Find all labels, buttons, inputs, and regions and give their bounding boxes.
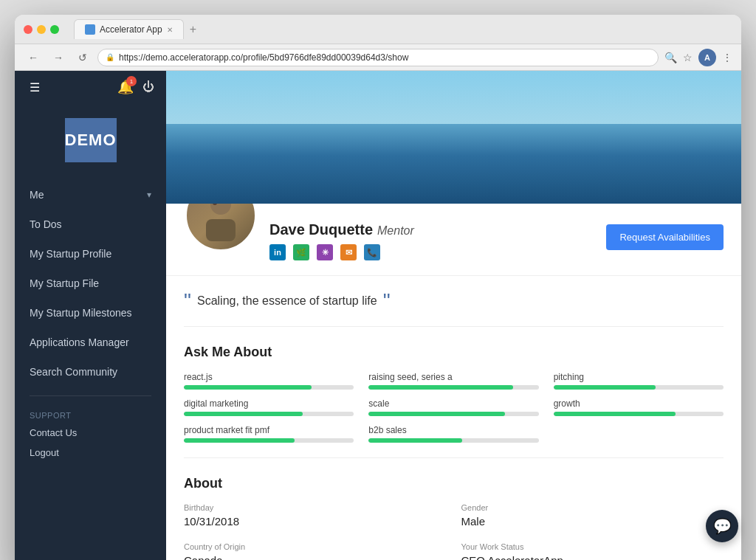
menu-icon[interactable]: ⋮ (722, 52, 732, 63)
skill-bar-fill (184, 438, 295, 443)
ask-me-about-section: Ask Me About react.js raising seed, seri… (184, 327, 724, 457)
profile-name: Dave Duquette (269, 221, 373, 238)
refresh-button[interactable]: ↺ (74, 50, 92, 65)
skill-bar-bg (554, 385, 724, 390)
skill-item: raising seed, series a (368, 372, 538, 390)
skill-label: react.js (184, 372, 354, 382)
hamburger-button[interactable]: ☰ (27, 77, 43, 97)
asterisk-icon[interactable]: ✳ (317, 244, 333, 260)
email-icon[interactable]: ✉ (340, 244, 357, 260)
sidebar-item-startup-profile[interactable]: My Startup Profile (15, 239, 166, 269)
about-field-label: Your Work Status (461, 542, 724, 551)
sidebar-divider (30, 395, 151, 396)
sidebar-item-applications-manager[interactable]: Applications Manager (15, 328, 166, 357)
ask-me-about-title: Ask Me About (184, 327, 724, 372)
sidebar: ☰ 🔔 1 ⏻ DEMO Me ▾ To Dos (15, 71, 166, 560)
social-icons: in 🌿 ✳ ✉ 📞 (269, 244, 414, 260)
skill-item: b2b sales (368, 425, 538, 443)
close-quote: " (383, 291, 391, 311)
profile-info-section: Dave Duquette Mentor in 🌿 ✳ ✉ 📞 Request … (166, 204, 741, 276)
user-avatar-small[interactable]: A (698, 49, 716, 66)
minimize-button[interactable] (37, 25, 46, 34)
url-text: https://demo.acceleratorapp.co/profile/5… (119, 52, 408, 63)
maximize-button[interactable] (50, 25, 59, 34)
notification-badge: 1 (126, 76, 137, 86)
support-label: SUPPORT (15, 405, 166, 423)
skills-grid: react.js raising seed, series a pitching… (184, 372, 724, 457)
new-tab-button[interactable]: + (187, 23, 199, 36)
skill-bar-fill (368, 385, 513, 390)
sidebar-item-todos[interactable]: To Dos (15, 210, 166, 239)
skill-item: pitching (554, 372, 724, 390)
quote-text: " Scaling, the essence of startup life " (184, 291, 724, 311)
skill-bar-fill (554, 412, 676, 416)
skill-bar-bg (368, 412, 538, 416)
logout-link[interactable]: Logout (15, 443, 166, 463)
about-field-label: Country of Origin (184, 542, 447, 551)
skill-label: scale (368, 398, 538, 409)
about-title: About (184, 458, 724, 503)
skill-label: growth (554, 398, 724, 409)
request-availabilities-button[interactable]: Request Availabilities (606, 224, 724, 250)
about-field-value: CEO AcceleratorApp (461, 554, 724, 560)
sidebar-item-search-community[interactable]: Search Community (15, 357, 166, 387)
about-grid: Birthday 10/31/2018 Gender Male Country … (184, 503, 724, 560)
about-section: About Birthday 10/31/2018 Gender Male Co… (184, 457, 724, 560)
chevron-icon: ▾ (147, 190, 151, 200)
about-field: Country of Origin Canada (184, 542, 447, 560)
open-quote: " (184, 291, 191, 311)
svg-rect-1 (206, 219, 236, 241)
quote-content: Scaling, the essence of startup life (197, 294, 377, 308)
skill-bar-bg (184, 438, 354, 443)
profile-left: Dave Duquette Mentor in 🌿 ✳ ✉ 📞 (184, 215, 414, 260)
profile-role: Mentor (377, 224, 414, 238)
back-button[interactable]: ← (24, 50, 43, 65)
about-field: Birthday 10/31/2018 (184, 503, 447, 528)
cover-ocean (166, 124, 741, 204)
lock-icon: 🔒 (106, 53, 114, 61)
contact-us-link[interactable]: Contact Us (15, 423, 166, 443)
active-tab[interactable]: Accelerator App ✕ (74, 19, 184, 39)
about-field-value: 10/31/2018 (184, 515, 447, 528)
skill-bar-fill (368, 438, 462, 443)
bookmark-icon[interactable]: ☆ (683, 52, 693, 63)
quote-section: " Scaling, the essence of startup life " (184, 276, 724, 327)
phone-icon[interactable]: 📞 (364, 244, 380, 260)
notification-bell[interactable]: 🔔 1 (117, 79, 134, 95)
sidebar-item-startup-file[interactable]: My Startup File (15, 269, 166, 298)
website-icon[interactable]: 🌿 (293, 244, 309, 260)
skill-bar-bg (368, 385, 538, 390)
linkedin-icon[interactable]: in (269, 244, 286, 260)
skill-bar-fill (368, 412, 504, 416)
profile-cover (166, 71, 741, 204)
about-field: Gender Male (461, 503, 724, 528)
skill-bar-fill (184, 412, 303, 416)
skill-bar-bg (368, 438, 538, 443)
content-sections: " Scaling, the essence of startup life "… (166, 276, 741, 560)
skill-item: scale (368, 398, 538, 416)
search-icon[interactable]: 🔍 (664, 52, 677, 63)
tab-favicon (85, 24, 95, 35)
about-field-value: Male (461, 515, 724, 528)
sidebar-item-milestones[interactable]: My Startup Milestones (15, 298, 166, 328)
skill-label: digital marketing (184, 398, 354, 409)
chat-bubble[interactable]: 💬 (706, 510, 738, 542)
forward-button[interactable]: → (49, 50, 68, 65)
about-field-value: Canada (184, 554, 447, 560)
skill-bar-bg (184, 385, 354, 390)
skill-label: product market fit pmf (184, 425, 354, 435)
skill-bar-fill (184, 385, 312, 390)
skill-item: digital marketing (184, 398, 354, 416)
sidebar-item-me[interactable]: Me ▾ (15, 180, 166, 210)
address-bar[interactable]: 🔒 https://demo.acceleratorapp.co/profile… (97, 49, 659, 66)
skill-bar-bg (184, 412, 354, 416)
sidebar-nav: Me ▾ To Dos My Startup Profile My Startu… (15, 180, 166, 560)
about-field-label: Birthday (184, 503, 447, 512)
app-logo: DEMO (65, 118, 117, 162)
close-button[interactable] (24, 25, 32, 34)
tab-close-icon[interactable]: ✕ (167, 26, 173, 34)
skill-label: b2b sales (368, 425, 538, 435)
power-button[interactable]: ⏻ (142, 80, 154, 94)
skill-label: pitching (554, 372, 724, 382)
app-topbar: ☰ 🔔 1 ⏻ (15, 71, 166, 103)
